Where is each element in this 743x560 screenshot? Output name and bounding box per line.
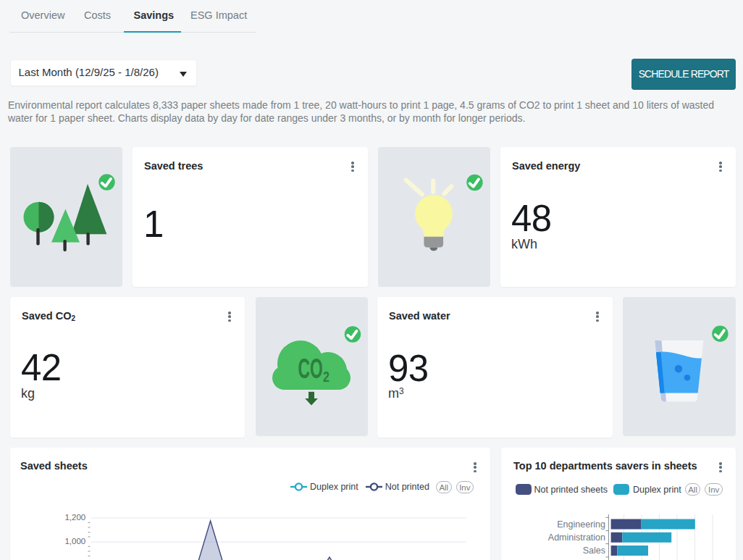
svg-text:Administration: Administration [548,532,605,543]
svg-text:Engineering: Engineering [557,519,605,530]
svg-text:CO: CO [298,354,323,384]
svg-text:1,200: 1,200 [64,513,85,522]
svg-text:2: 2 [323,369,329,385]
svg-text:1,000: 1,000 [64,537,85,546]
svg-text:Sales: Sales [583,546,605,556]
